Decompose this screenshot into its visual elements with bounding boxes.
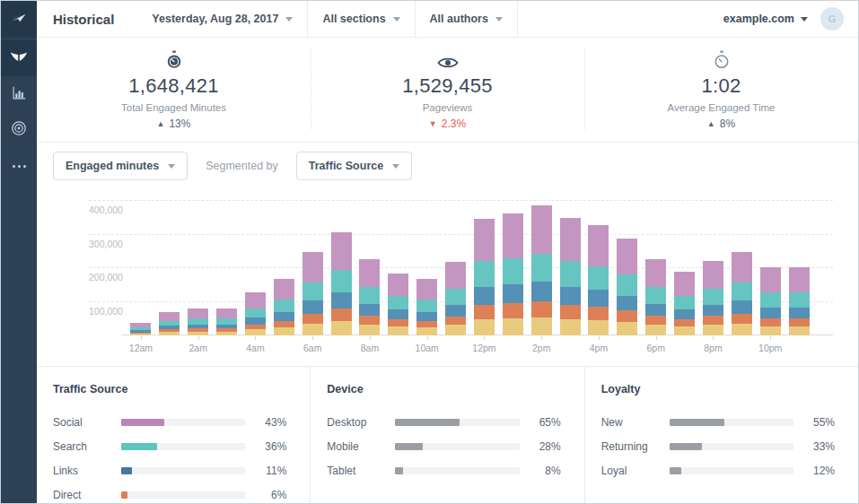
sidebar <box>1 1 37 503</box>
meter-percentage: 6% <box>245 489 286 501</box>
bar-4am[interactable]: 4am <box>241 201 270 335</box>
bar-10pm[interactable]: 10pm <box>756 201 784 335</box>
bar-stack <box>732 252 752 335</box>
bar-segment-direct <box>474 305 495 319</box>
bar-7am[interactable] <box>327 201 355 335</box>
target-icon <box>11 120 27 140</box>
bar-segment-social <box>274 279 294 300</box>
bar-2pm[interactable]: 2pm <box>527 201 556 335</box>
sidebar-item-more[interactable] <box>1 148 37 184</box>
meter-fill <box>395 443 423 450</box>
bar-9am[interactable] <box>384 201 413 335</box>
bar-segment-direct <box>416 321 437 328</box>
bar-segment-social <box>416 279 437 300</box>
bar-10am[interactable]: 10am <box>413 201 442 335</box>
bar-segment-direct <box>359 316 380 325</box>
bar-segment-other <box>331 321 352 335</box>
meter-fill <box>395 467 403 474</box>
bar-segment-other <box>274 327 294 335</box>
bar-segment-search <box>703 289 723 305</box>
bar-segment-direct <box>274 321 294 328</box>
meter-label: Links <box>53 465 121 477</box>
meter-row-search: Search36% <box>53 434 286 458</box>
bar-stack <box>359 259 380 335</box>
bar-segment-other <box>359 325 380 335</box>
bar-segment-links <box>245 317 266 325</box>
bar-stack <box>703 261 723 335</box>
bar-segment-search <box>732 282 752 300</box>
bar-segment-search <box>245 308 266 317</box>
bar-7pm[interactable] <box>671 201 699 335</box>
bar-2am[interactable]: 2am <box>184 201 213 335</box>
bar-1pm[interactable] <box>498 201 527 335</box>
meter-label: New <box>601 416 670 429</box>
segment-dropdown[interactable]: Traffic Source <box>296 152 412 180</box>
bar-1am[interactable] <box>155 201 184 335</box>
meter-label: Returning <box>601 440 670 453</box>
bar-12pm[interactable]: 12pm <box>470 201 499 335</box>
app-logo[interactable] <box>1 1 37 38</box>
bar-segment-links <box>416 312 437 321</box>
bar-segment-other <box>789 326 810 336</box>
sections-dropdown[interactable]: All sections <box>308 1 415 38</box>
bar-segment-direct <box>331 308 352 321</box>
bar-stack <box>503 213 523 335</box>
bar-segment-links <box>674 309 695 319</box>
meter-track <box>670 443 793 450</box>
metric-dropdown[interactable]: Engaged minutes <box>53 152 188 180</box>
bar-5am[interactable] <box>269 201 298 335</box>
chart-section: 100,000200,000300,000400,00012am2am4am6a… <box>37 189 858 366</box>
authors-dropdown[interactable]: All authors <box>416 1 518 38</box>
chevron-down-icon <box>801 17 808 22</box>
meter-row-social: Social43% <box>53 410 286 434</box>
meter-row-direct: Direct6% <box>53 482 286 504</box>
meter-row-mobile: Mobile28% <box>327 434 560 458</box>
chevron-down-icon <box>392 164 399 169</box>
y-axis-tick-label: 200,000 <box>89 272 123 282</box>
bar-11pm[interactable] <box>784 201 813 335</box>
breakdown-panels: Traffic Source Social43%Search36%Links11… <box>37 366 858 503</box>
stat-value: 1,529,455 <box>402 74 493 98</box>
bar-segment-other <box>617 322 637 335</box>
stat-delta: ▲13% <box>157 117 191 130</box>
meter-track <box>395 467 519 474</box>
panel-title: Loyalty <box>601 383 835 395</box>
bar-segment-other <box>645 325 666 335</box>
bar-6am[interactable]: 6am <box>298 201 327 335</box>
bar-6pm[interactable]: 6pm <box>642 201 671 335</box>
bar-12am[interactable]: 12am <box>127 201 155 335</box>
bar-segment-direct <box>388 319 408 326</box>
x-axis-tick-label: 12pm <box>472 343 495 353</box>
bar-segment-social <box>674 272 695 295</box>
bar-3pm[interactable] <box>556 201 584 335</box>
bar-11am[interactable] <box>442 201 470 335</box>
bar-segment-direct <box>503 303 523 318</box>
sections-value: All sections <box>322 13 385 25</box>
sidebar-item-historical[interactable] <box>1 76 37 112</box>
bar-stack <box>388 274 408 335</box>
bar-5pm[interactable] <box>613 201 642 335</box>
meter-track <box>121 443 245 450</box>
stat-value: 1:02 <box>701 74 741 98</box>
bar-8pm[interactable]: 8pm <box>699 201 728 335</box>
up-arrow-icon: ▲ <box>157 119 165 128</box>
bar-9pm[interactable] <box>727 201 756 335</box>
meter-fill <box>670 419 724 426</box>
avatar[interactable]: G <box>820 7 844 30</box>
bar-stack <box>588 225 609 335</box>
sidebar-item-pulse[interactable] <box>1 40 37 76</box>
bar-segment-links <box>302 300 323 313</box>
bar-segment-search <box>760 292 781 308</box>
sidebar-item-goals[interactable] <box>1 112 37 148</box>
meter-row-tablet: Tablet8% <box>327 458 560 482</box>
bar-segment-other <box>703 325 723 335</box>
bar-3am[interactable] <box>213 201 241 335</box>
bar-8am[interactable]: 8am <box>355 201 384 335</box>
bar-segment-search <box>331 270 352 292</box>
meter-label: Tablet <box>327 465 395 477</box>
stat-avg-engaged-time: 1:02 Average Engaged Time ▲8% <box>584 38 858 142</box>
date-range-dropdown[interactable]: Yesterday, Aug 28, 2017 <box>137 1 308 38</box>
stat-engaged-minutes: 1,648,421 Total Engaged Minutes ▲13% <box>37 38 311 142</box>
site-dropdown[interactable]: example.com <box>723 13 808 25</box>
bar-4pm[interactable]: 4pm <box>584 201 613 335</box>
